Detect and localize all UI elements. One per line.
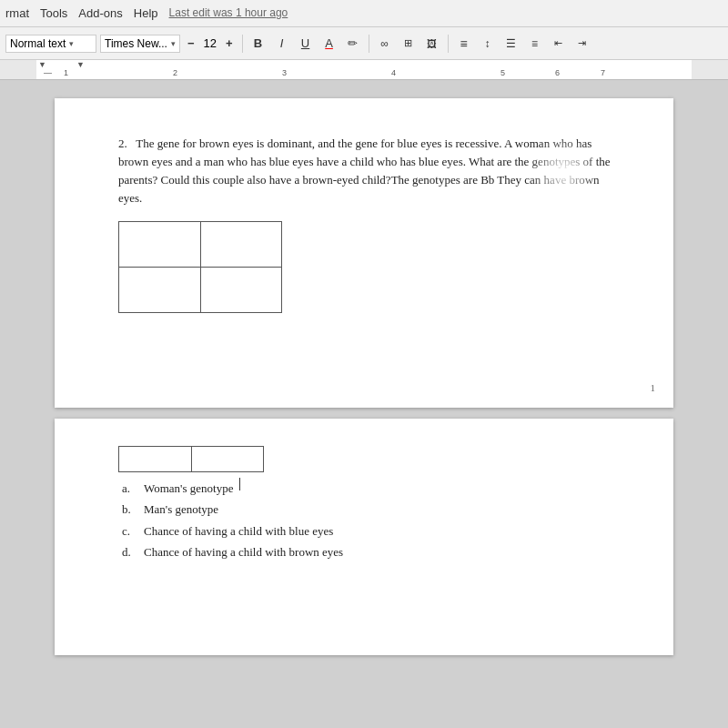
ruler-mark-7: 7 (601, 68, 605, 77)
answer-text-a[interactable]: Woman's genotype (144, 478, 233, 499)
text-cursor (239, 478, 240, 490)
menu-addons[interactable]: Add-ons (78, 6, 122, 20)
ruler-indent-arrow: ▼ (76, 60, 85, 69)
font-label: Times New... (105, 37, 167, 50)
increase-indent-button[interactable]: ⇥ (572, 35, 592, 51)
format-toolbar: Normal text ▾ Times New... ▾ − 12 + B I … (0, 27, 728, 60)
ruler-mark-neg: — (44, 68, 52, 77)
italic-button[interactable]: I (272, 35, 292, 52)
font-chevron: ▾ (171, 39, 176, 48)
ruler-mark-5: 5 (500, 68, 505, 77)
document-page-1: 2. The gene for brown eyes is dominant, … (55, 98, 673, 408)
bold-button[interactable]: B (248, 35, 268, 52)
menu-tools[interactable]: Tools (40, 6, 67, 20)
punnett2-cell-1-1[interactable] (119, 447, 192, 472)
menu-help[interactable]: Help (134, 6, 158, 20)
menu-items: rmat Tools Add-ons Help Last edit was 1 … (5, 6, 288, 20)
divider-2 (369, 35, 369, 53)
last-edit-label: Last edit was 1 hour ago (169, 6, 288, 20)
punnett-square-1 (118, 221, 282, 313)
answer-letter-d: d. (122, 541, 138, 562)
image-button[interactable]: ⊞ (399, 35, 419, 51)
comment-button[interactable]: 🖼 (422, 36, 442, 51)
align-button[interactable]: ≡ (454, 35, 474, 53)
answer-text-b[interactable]: Man's genotype (144, 499, 218, 520)
ruler-mark-6: 6 (555, 68, 560, 77)
underline-button[interactable]: U (296, 35, 316, 52)
punnett-row-1 (119, 221, 282, 267)
ruler-mark-2: 2 (173, 68, 177, 77)
text-style-chevron: ▾ (69, 39, 74, 48)
font-size-increase[interactable]: + (222, 36, 237, 50)
link-button[interactable]: ∞ (375, 35, 395, 52)
punnett-cell-2-1[interactable] (119, 267, 201, 312)
punnett-cell-2-2[interactable] (200, 267, 282, 312)
question-text[interactable]: The gene for brown eyes is dominant, and… (118, 136, 611, 205)
ruler-inner: — 1 2 3 4 5 6 7 ▼ ▼ (36, 60, 692, 79)
font-size-decrease[interactable]: − (184, 36, 198, 50)
light-glow-2 (564, 582, 619, 637)
answer-letter-b: b. (122, 499, 138, 520)
numbered-list-button[interactable]: ☰ (501, 35, 521, 52)
answer-item-d: d. Chance of having a child with brown e… (122, 541, 619, 562)
answer-list: a. Woman's genotype b. Man's genotype c.… (118, 478, 619, 563)
divider-1 (242, 35, 243, 53)
page-number-1: 1 (651, 382, 656, 393)
answer-letter-a: a. (122, 478, 138, 499)
highlight-button[interactable]: ✏ (343, 35, 363, 52)
question-2-block: 2. The gene for brown eyes is dominant, … (118, 135, 619, 208)
question-number: 2. (118, 136, 133, 150)
menu-format[interactable]: rmat (5, 6, 29, 20)
text-style-label: Normal text (10, 37, 66, 50)
answer-text-d[interactable]: Chance of having a child with brown eyes (144, 541, 343, 562)
ruler-left-arrow: ▼ (38, 60, 46, 69)
punnett-cell-1-1[interactable] (119, 221, 201, 267)
ruler-mark-1: 1 (64, 68, 68, 77)
ruler-mark-3: 3 (282, 68, 287, 77)
font-select[interactable]: Times New... ▾ (100, 35, 180, 53)
page-area: 2. The gene for brown eyes is dominant, … (0, 80, 728, 728)
line-spacing-button[interactable]: ↕ (478, 35, 498, 52)
punnett2-cell-1-2[interactable] (191, 447, 264, 472)
punnett-cell-1-2[interactable] (200, 221, 282, 267)
answer-text-c[interactable]: Chance of having a child with blue eyes (144, 521, 333, 541)
text-style-select[interactable]: Normal text ▾ (5, 35, 96, 53)
answer-item-c: c. Chance of having a child with blue ey… (122, 521, 619, 541)
font-size-value[interactable]: 12 (200, 36, 220, 50)
document-page-2: a. Woman's genotype b. Man's genotype c.… (55, 419, 673, 655)
answer-item-b: b. Man's genotype (122, 499, 619, 520)
ruler-mark-4: 4 (391, 68, 396, 77)
punnett-square-2 (118, 446, 264, 472)
decrease-indent-button[interactable]: ⇤ (549, 35, 569, 51)
punnett-row-2 (119, 267, 282, 312)
punnett2-row-1 (119, 447, 264, 472)
font-size-area: − 12 + (184, 36, 237, 50)
bullet-list-button[interactable]: ≡ (525, 35, 545, 52)
menu-bar: rmat Tools Add-ons Help Last edit was 1 … (0, 0, 728, 27)
answer-letter-c: c. (122, 521, 138, 541)
ruler: — 1 2 3 4 5 6 7 ▼ ▼ (0, 60, 728, 80)
text-color-button[interactable]: A (319, 35, 339, 52)
answer-item-a: a. Woman's genotype (122, 478, 619, 499)
divider-3 (448, 35, 449, 53)
